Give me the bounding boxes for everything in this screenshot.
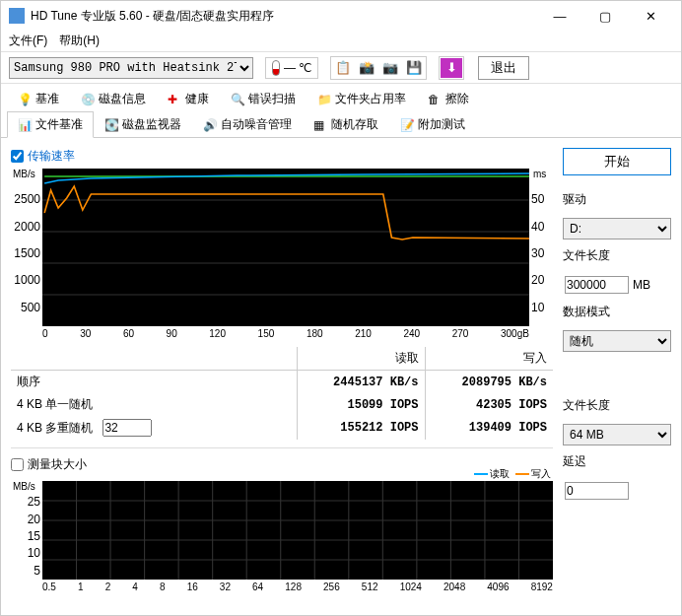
- header-write: 写入: [425, 347, 553, 371]
- erase-icon: 🗑: [428, 93, 442, 106]
- monitor-icon: 💽: [104, 118, 118, 132]
- side-panel: 开始 驱动 D: 文件长度 MB 数据模式 随机 文件长度 64 MB 延迟: [563, 148, 671, 594]
- header-read: 读取: [297, 347, 425, 371]
- health-icon: ✚: [168, 93, 181, 106]
- random-icon: ▦: [313, 118, 327, 132]
- transfer-rate-checkbox[interactable]: [11, 150, 24, 163]
- maximize-button[interactable]: ▢: [582, 1, 628, 31]
- queue-depth-spinner[interactable]: [102, 419, 152, 437]
- close-button[interactable]: ✕: [628, 1, 673, 31]
- drive-letter-select[interactable]: D:: [563, 218, 671, 240]
- tab-benchmark[interactable]: 💡基准: [7, 86, 70, 111]
- row-sequential: 顺序 2445137 KB/s 2089795 KB/s: [11, 371, 553, 394]
- minimize-button[interactable]: —: [537, 1, 582, 31]
- tab-erase[interactable]: 🗑擦除: [417, 86, 480, 111]
- copy-info-button[interactable]: 📋: [332, 58, 354, 78]
- row-4kb-single: 4 KB 单一随机 15099 IOPS 42305 IOPS: [11, 393, 553, 416]
- tab-diskmonitor[interactable]: 💽磁盘监视器: [94, 111, 192, 137]
- toolbar: Samsung 980 PRO with Heatsink 2T4T — ℃ 📋…: [1, 52, 681, 84]
- transfer-chart: [42, 169, 529, 326]
- file-icon: 📊: [18, 118, 32, 132]
- search-icon: 🔍: [231, 93, 244, 106]
- drive-label: 驱动: [563, 191, 671, 208]
- filelen2-label: 文件长度: [563, 397, 671, 414]
- results-table: 读取 写入 顺序 2445137 KB/s 2089795 KB/s 4 KB …: [11, 347, 553, 440]
- bulb-icon: 💡: [18, 93, 32, 106]
- filelen2-select[interactable]: 64 MB: [563, 424, 671, 445]
- copy-screenshot-button[interactable]: 📸: [356, 58, 377, 78]
- folder-icon: 📁: [317, 93, 331, 106]
- chart1-y-left: MB/s 2500 2000 1500 1000 500: [11, 169, 42, 341]
- camera-button[interactable]: 📷: [379, 58, 401, 78]
- tab-aam[interactable]: 🔊自动噪音管理: [192, 111, 303, 137]
- options-button[interactable]: ⬇: [441, 58, 462, 78]
- app-icon: [9, 8, 25, 24]
- tab-filebenchmark[interactable]: 📊文件基准: [7, 111, 94, 138]
- tab-randomaccess[interactable]: ▦随机存取: [303, 111, 389, 137]
- blocksize-label: 测量块大小: [28, 456, 87, 473]
- window-title: HD Tune 专业版 5.60 - 硬盘/固态硬盘实用程序: [31, 8, 537, 25]
- drive-select[interactable]: Samsung 980 PRO with Heatsink 2T4T: [9, 57, 253, 79]
- tab-extratests[interactable]: 📝附加测试: [389, 111, 476, 137]
- thermometer-icon: [272, 60, 280, 76]
- chart2-x-axis: 0.512481632641282565121024204840968192: [42, 580, 553, 594]
- temperature-display: — ℃: [265, 57, 318, 79]
- delay-input[interactable]: [565, 482, 629, 500]
- tab-errorscan[interactable]: 🔍错误扫描: [220, 86, 307, 111]
- menu-help[interactable]: 帮助(H): [59, 33, 100, 49]
- filelen-label: 文件长度: [563, 247, 671, 264]
- extra-icon: 📝: [400, 118, 414, 132]
- tab-bar: 💡基准 💿磁盘信息 ✚健康 🔍错误扫描 📁文件夹占用率 🗑擦除 📊文件基准 💽磁…: [1, 84, 681, 138]
- blocksize-checkbox[interactable]: [11, 458, 24, 471]
- chart2-y-axis: MB/s 25 20 15 10 5: [11, 481, 42, 594]
- mode-select[interactable]: 随机: [563, 330, 671, 352]
- titlebar: HD Tune 专业版 5.60 - 硬盘/固态硬盘实用程序 — ▢ ✕: [1, 1, 681, 31]
- save-button[interactable]: 💾: [403, 58, 425, 78]
- menubar: 文件(F) 帮助(H): [1, 31, 681, 52]
- tab-folderusage[interactable]: 📁文件夹占用率: [307, 86, 417, 111]
- sound-icon: 🔊: [203, 118, 217, 132]
- chart2-legend: 读取 写入: [474, 467, 551, 481]
- blocksize-chart: [42, 481, 553, 580]
- exit-button[interactable]: 退出: [478, 56, 529, 80]
- transfer-rate-label: 传输速率: [28, 148, 75, 165]
- delay-label: 延迟: [563, 453, 671, 470]
- chart1-y-right: ms 50 40 30 20 10: [529, 169, 553, 341]
- row-4kb-multi: 4 KB 多重随机 155212 IOPS 139409 IOPS: [11, 416, 553, 440]
- disk-icon: 💿: [81, 93, 95, 106]
- tab-health[interactable]: ✚健康: [157, 86, 220, 111]
- chart1-x-axis: 0306090120150180210240270300gB: [42, 326, 529, 341]
- start-button[interactable]: 开始: [563, 148, 671, 175]
- menu-file[interactable]: 文件(F): [9, 33, 47, 49]
- tab-diskinfo[interactable]: 💿磁盘信息: [70, 86, 157, 111]
- mode-label: 数据模式: [563, 304, 671, 320]
- filelen-input[interactable]: [565, 276, 629, 294]
